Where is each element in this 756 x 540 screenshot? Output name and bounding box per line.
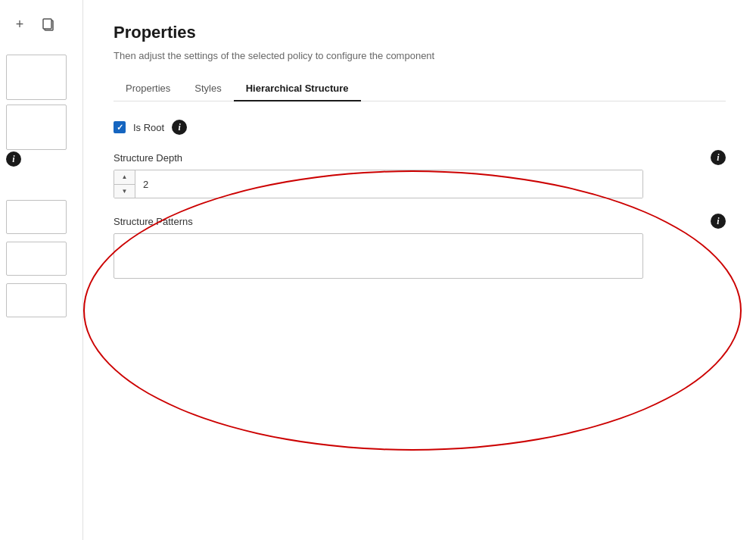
structure-depth-section: Structure Depth i ▲ ▼ 2: [114, 150, 726, 198]
tab-hierarchical-structure[interactable]: Hierarchical Structure: [234, 76, 361, 101]
sidebar-block-1[interactable]: [6, 55, 67, 100]
svg-rect-1: [43, 19, 51, 29]
sidebar-blocks: [0, 48, 82, 156]
sidebar-block-4[interactable]: [6, 242, 67, 276]
sidebar-toolbar: +: [0, 8, 82, 41]
sidebar-block-3[interactable]: [6, 200, 67, 234]
structure-depth-label-row: Structure Depth i: [114, 150, 726, 165]
structure-depth-info-icon[interactable]: i: [711, 150, 726, 165]
is-root-row: Is Root i: [114, 120, 726, 135]
is-root-checkbox[interactable]: [114, 121, 126, 133]
structure-depth-label: Structure Depth: [114, 152, 182, 164]
tab-properties[interactable]: Properties: [114, 76, 182, 101]
copy-button[interactable]: [38, 14, 59, 35]
spinner-buttons: ▲ ▼: [114, 170, 135, 198]
sidebar-info-icon[interactable]: i: [6, 151, 21, 167]
is-root-label: Is Root: [133, 122, 164, 133]
content-area: Properties Then adjust the settings of t…: [83, 0, 756, 540]
page-title: Properties: [114, 23, 726, 42]
main-container: + i Properties Then adjust the set: [0, 0, 756, 540]
add-button[interactable]: +: [9, 14, 30, 35]
sidebar: + i: [0, 0, 83, 540]
sidebar-extra-blocks: [6, 197, 67, 317]
page-subtitle: Then adjust the settings of the selected…: [114, 50, 726, 61]
structure-patterns-label: Structure Patterns: [114, 216, 193, 227]
structure-patterns-input[interactable]: [114, 233, 643, 279]
structure-depth-value[interactable]: 2: [135, 170, 642, 198]
sidebar-block-5[interactable]: [6, 283, 67, 317]
tab-styles[interactable]: Styles: [182, 76, 233, 101]
structure-depth-input-wrapper: ▲ ▼ 2: [114, 170, 643, 198]
tabs-container: Properties Styles Hierarchical Structure: [114, 76, 726, 101]
structure-patterns-info-icon[interactable]: i: [711, 214, 726, 229]
sidebar-block-2[interactable]: [6, 105, 67, 150]
spinner-down-button[interactable]: ▼: [114, 185, 135, 198]
structure-patterns-label-row: Structure Patterns i: [114, 214, 726, 229]
spinner-up-button[interactable]: ▲: [114, 170, 135, 185]
is-root-info-icon[interactable]: i: [172, 120, 187, 135]
structure-patterns-section: Structure Patterns i: [114, 214, 726, 282]
